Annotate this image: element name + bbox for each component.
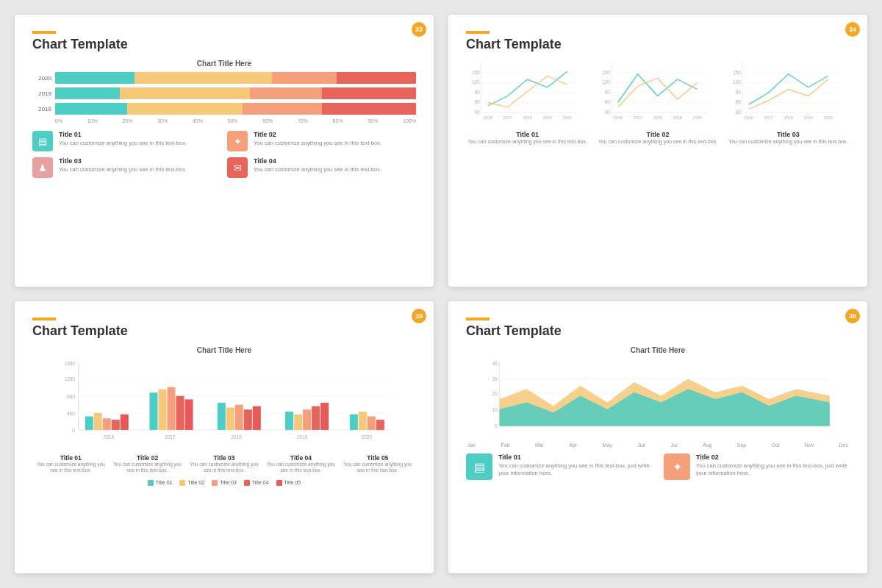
icons-row-4: ▤ Title 01 You can customize anything yo… bbox=[466, 453, 850, 480]
grouped-bar-svg: 0 400 800 1200 1600 bbox=[32, 359, 416, 447]
svg-rect-78 bbox=[350, 415, 358, 430]
svg-text:2018: 2018 bbox=[653, 115, 662, 120]
seg-teal bbox=[55, 72, 135, 84]
lc-title-2: Title 02 bbox=[596, 131, 719, 138]
area-chart-container: 0 10 20 30 40 bbox=[466, 359, 850, 442]
svg-text:90: 90 bbox=[736, 90, 742, 95]
chart-title-4: Chart Title Here bbox=[466, 346, 850, 354]
svg-text:2020: 2020 bbox=[693, 115, 702, 120]
bar-row-2019: 2019 bbox=[32, 87, 416, 99]
svg-rect-64 bbox=[158, 390, 166, 430]
svg-rect-79 bbox=[359, 412, 367, 430]
accent-line-4 bbox=[466, 318, 490, 320]
svg-text:30: 30 bbox=[492, 376, 498, 381]
chart-title-1: Chart Title Here bbox=[32, 60, 416, 68]
seg-salmon bbox=[272, 72, 337, 84]
slide-1: 33 Chart Template Chart Title Here 2020 … bbox=[15, 15, 434, 287]
bar-row-2018: 2018 bbox=[32, 103, 416, 115]
slide-title-2: Chart Template bbox=[466, 37, 850, 52]
svg-text:120: 120 bbox=[733, 79, 741, 85]
icon-box-orange-1: ✦ bbox=[227, 131, 248, 151]
seg-red bbox=[337, 72, 416, 84]
group-label-4: Title 04 You can customize anything you … bbox=[262, 454, 339, 474]
svg-text:2020: 2020 bbox=[563, 115, 572, 120]
line-chart-2: 150 120 90 60 30 2016 2017 2018 2019 202… bbox=[596, 60, 719, 145]
svg-text:2017: 2017 bbox=[634, 115, 642, 120]
legend-4: Title 04 bbox=[244, 480, 269, 486]
svg-text:2017: 2017 bbox=[503, 115, 512, 120]
bar-chart: 2020 2019 2018 bbox=[32, 72, 416, 123]
accent-line-1 bbox=[32, 31, 56, 34]
group-label-3: Title 03 You can customize anything you … bbox=[186, 454, 262, 474]
slide-title-1: Chart Template bbox=[32, 37, 416, 52]
svg-rect-77 bbox=[320, 403, 329, 430]
legend-row: Title 01 Title 02 Title 03 Title 04 Titl… bbox=[32, 480, 416, 486]
svg-rect-66 bbox=[176, 396, 184, 430]
svg-text:2016: 2016 bbox=[614, 115, 623, 120]
svg-text:120: 120 bbox=[472, 79, 480, 85]
icon-item-4-2: ✦ Title 02 You can customize anything yo… bbox=[664, 453, 850, 480]
svg-rect-72 bbox=[253, 406, 261, 430]
svg-rect-65 bbox=[167, 387, 175, 430]
bar-row-2020: 2020 bbox=[32, 72, 416, 84]
svg-text:90: 90 bbox=[605, 90, 611, 95]
slide-3: 35 Chart Template Chart Title Here 0 400… bbox=[15, 301, 434, 573]
svg-text:60: 60 bbox=[475, 99, 481, 104]
badge-3: 35 bbox=[412, 309, 426, 323]
svg-text:40: 40 bbox=[492, 361, 498, 366]
svg-rect-71 bbox=[244, 409, 252, 430]
svg-text:1200: 1200 bbox=[65, 376, 76, 381]
svg-text:2018: 2018 bbox=[784, 115, 792, 120]
svg-rect-62 bbox=[121, 415, 129, 430]
line-svg-1: 150 120 90 60 30 2016 2017 2018 2019 202… bbox=[466, 60, 589, 126]
group-label-2: Title 02 You can customize anything you … bbox=[109, 454, 185, 474]
line-chart-1: 150 120 90 60 30 2016 2017 2018 2019 202… bbox=[466, 60, 589, 145]
legend-2: Title 02 bbox=[179, 480, 204, 486]
svg-rect-73 bbox=[285, 412, 293, 430]
line-svg-2: 150 120 90 60 30 2016 2017 2018 2019 202… bbox=[596, 60, 719, 126]
chart-title-3: Chart Title Here bbox=[32, 346, 416, 354]
svg-text:400: 400 bbox=[67, 411, 75, 416]
accent-line-3 bbox=[32, 318, 56, 320]
svg-text:2019: 2019 bbox=[673, 115, 682, 120]
svg-rect-74 bbox=[294, 415, 302, 430]
grouped-bar-area: 0 400 800 1200 1600 bbox=[32, 359, 416, 450]
svg-rect-70 bbox=[235, 405, 243, 430]
group-label-5: Title 05 You can customize anything you … bbox=[340, 454, 416, 474]
svg-text:2018: 2018 bbox=[523, 115, 532, 120]
icon-box-orange-4: ✦ bbox=[664, 453, 690, 480]
icon-item-3: ♟ Title 03 You can customize anything yo… bbox=[32, 157, 221, 178]
lc-title-1: Title 01 bbox=[466, 131, 589, 138]
line-charts-row: 150 120 90 60 30 2016 2017 2018 2019 202… bbox=[466, 60, 850, 145]
lc-desc-1: You can customize anything you see in th… bbox=[466, 138, 589, 145]
svg-text:1600: 1600 bbox=[65, 361, 76, 366]
line-chart-3: 150 120 90 60 30 2016 2017 2018 2019 202… bbox=[727, 60, 850, 145]
icon-box-salmon-1: ♟ bbox=[32, 157, 53, 178]
svg-text:2019: 2019 bbox=[297, 434, 308, 440]
icons-grid-1: ▤ Title 01 You can customize anything yo… bbox=[32, 131, 416, 178]
svg-rect-81 bbox=[376, 420, 384, 430]
svg-rect-76 bbox=[312, 406, 320, 430]
legend-3: Title 03 bbox=[212, 480, 237, 486]
svg-rect-63 bbox=[149, 392, 157, 430]
badge-2: 34 bbox=[845, 22, 860, 37]
svg-text:150: 150 bbox=[603, 70, 611, 75]
svg-text:0: 0 bbox=[72, 428, 75, 433]
line-svg-3: 150 120 90 60 30 2016 2017 2018 2019 202… bbox=[727, 60, 850, 126]
group-labels-row: Title 01 You can customize anything you … bbox=[32, 454, 416, 474]
svg-text:90: 90 bbox=[475, 90, 481, 95]
group-label-1: Title 01 You can customize anything you … bbox=[32, 454, 109, 474]
svg-text:10: 10 bbox=[492, 407, 498, 412]
svg-rect-80 bbox=[368, 416, 376, 429]
svg-rect-58 bbox=[85, 416, 93, 429]
seg-orange bbox=[135, 72, 272, 84]
x-axis: 0%10%20%30%40%50%60%70%80%90%100% bbox=[55, 118, 416, 123]
icon-box-red-1: ✉ bbox=[227, 157, 248, 178]
lc-desc-2: You can customize anything you see in th… bbox=[596, 138, 719, 145]
svg-text:2019: 2019 bbox=[803, 115, 812, 120]
slide-2: 34 Chart Template 150 120 90 60 30 2016 bbox=[448, 15, 867, 287]
svg-rect-61 bbox=[112, 420, 120, 430]
svg-text:2020: 2020 bbox=[362, 434, 373, 440]
lc-desc-3: You can customize anything you see in th… bbox=[727, 138, 850, 145]
svg-rect-59 bbox=[94, 413, 102, 430]
